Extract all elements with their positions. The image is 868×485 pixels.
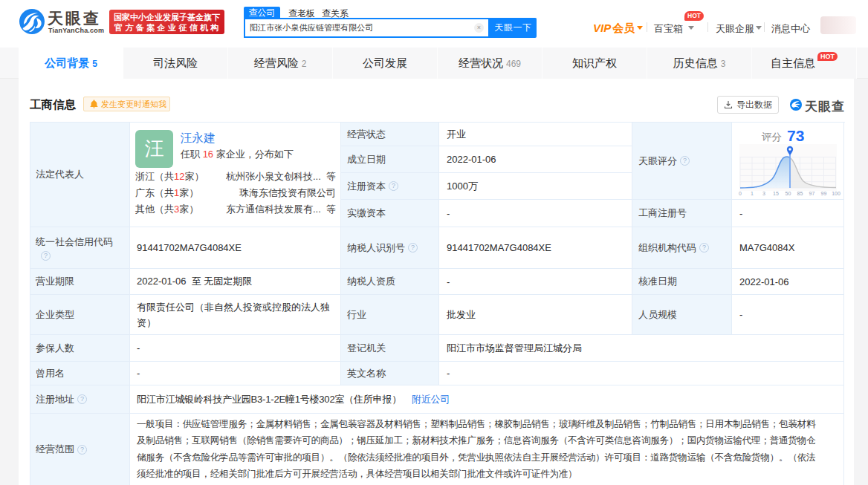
svg-text:1: 1 [751,191,754,196]
svg-text:97: 97 [809,191,815,196]
svg-text:0: 0 [739,191,742,196]
svg-text:3: 3 [762,191,765,196]
svg-text:15: 15 [773,191,779,196]
svg-text:100: 100 [832,191,841,196]
svg-text:85: 85 [797,191,803,196]
svg-text:99: 99 [821,191,827,196]
svg-text:50: 50 [786,191,791,196]
